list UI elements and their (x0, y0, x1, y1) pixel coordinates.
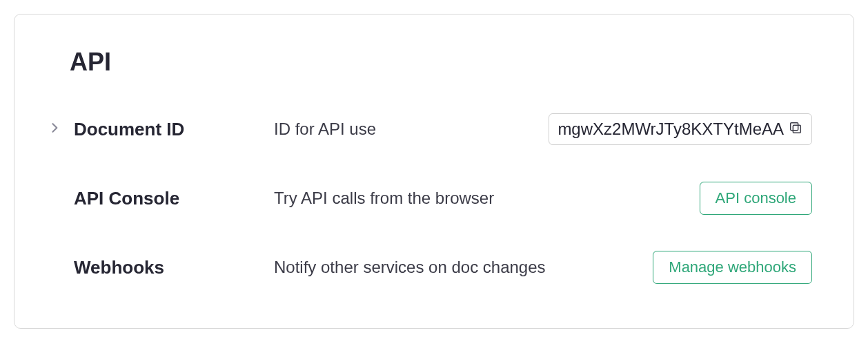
row-webhooks: Webhooks Notify other services on doc ch… (48, 248, 812, 287)
row-description-document-id: ID for API use (274, 120, 549, 139)
section-title: API (70, 48, 812, 77)
row-document-id: Document ID ID for API use mgwXz2MWrJTy8… (48, 110, 812, 149)
api-section-panel: API Document ID ID for API use mgwXz2MWr… (14, 14, 854, 329)
document-id-box: mgwXz2MWrJTy8KXTYtMeAA (549, 113, 812, 145)
svg-rect-0 (793, 125, 800, 133)
api-console-button[interactable]: API console (700, 182, 812, 215)
row-label-api-console: API Console (74, 188, 274, 209)
row-label-document-id: Document ID (74, 119, 274, 140)
manage-webhooks-button[interactable]: Manage webhooks (653, 251, 812, 284)
row-description-api-console: Try API calls from the browser (274, 189, 700, 208)
row-description-webhooks: Notify other services on doc changes (274, 258, 653, 277)
row-api-console: API Console Try API calls from the brows… (48, 179, 812, 218)
svg-rect-1 (791, 123, 798, 131)
row-label-webhooks: Webhooks (74, 257, 274, 278)
copy-icon[interactable] (788, 120, 803, 138)
document-id-value[interactable]: mgwXz2MWrJTy8KXTYtMeAA (558, 120, 784, 139)
chevron-right-icon[interactable] (48, 121, 61, 137)
